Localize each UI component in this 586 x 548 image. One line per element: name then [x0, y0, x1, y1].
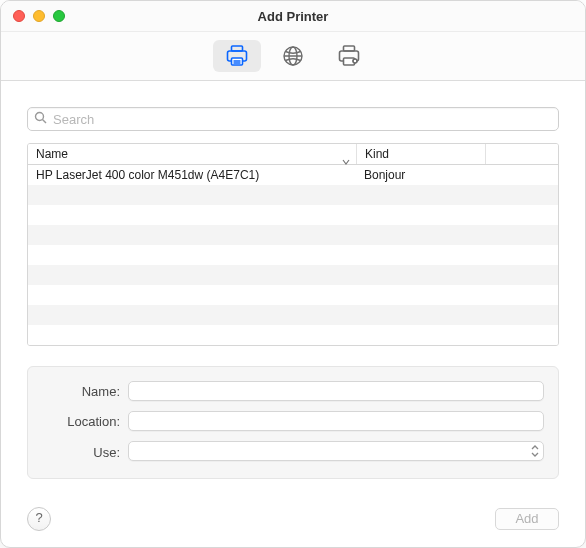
cell-kind: [356, 225, 484, 245]
search-input[interactable]: [53, 112, 552, 127]
table-row: [28, 205, 558, 225]
table-row: [28, 305, 558, 325]
globe-icon: [282, 45, 304, 67]
column-header-blank: [486, 144, 558, 164]
table-row[interactable]: HP LaserJet 400 color M451dw (A4E7C1)Bon…: [28, 165, 558, 185]
svg-line-17: [43, 120, 47, 124]
name-label: Name:: [42, 384, 128, 399]
footer: ? Add: [1, 493, 585, 547]
default-tab[interactable]: [213, 40, 261, 72]
cell-kind: [356, 265, 484, 285]
cell-name: [28, 285, 356, 305]
column-header-name[interactable]: Name: [28, 144, 357, 164]
cell-name: [28, 225, 356, 245]
cell-name: [28, 245, 356, 265]
titlebar: Add Printer: [1, 1, 585, 32]
toolbar: [1, 32, 585, 81]
use-label: Use:: [42, 445, 128, 460]
cell-kind: [356, 305, 484, 325]
advanced-tab[interactable]: [325, 40, 373, 72]
printer-details-panel: Name: Location: Use:: [27, 366, 559, 479]
table-row: [28, 225, 558, 245]
ip-tab[interactable]: [269, 40, 317, 72]
add-button[interactable]: Add: [495, 508, 559, 530]
content-area: Name Kind HP LaserJet 400 color M451dw (…: [1, 81, 585, 497]
help-button[interactable]: ?: [27, 507, 51, 531]
name-field[interactable]: [128, 381, 544, 401]
cell-name: [28, 265, 356, 285]
cell-kind: [356, 185, 484, 205]
add-printer-window: Add Printer: [0, 0, 586, 548]
use-select[interactable]: [128, 441, 544, 461]
svg-point-11: [353, 59, 357, 63]
printer-icon: [225, 45, 249, 67]
table-row: [28, 265, 558, 285]
cell-kind: [356, 205, 484, 225]
cell-name: [28, 325, 356, 345]
table-header: Name Kind: [28, 144, 558, 165]
cell-name: HP LaserJet 400 color M451dw (A4E7C1): [28, 165, 356, 185]
window-title: Add Printer: [1, 9, 585, 24]
cell-kind: [356, 245, 484, 265]
table-body: HP LaserJet 400 color M451dw (A4E7C1)Bon…: [28, 165, 558, 345]
svg-point-16: [36, 113, 44, 121]
search-field-wrapper[interactable]: [27, 107, 559, 131]
source-tabs: [213, 40, 373, 72]
cell-kind: Bonjour: [356, 165, 484, 185]
column-header-kind[interactable]: Kind: [357, 144, 486, 164]
table-row: [28, 245, 558, 265]
table-row: [28, 185, 558, 205]
table-row: [28, 325, 558, 345]
location-field[interactable]: [128, 411, 544, 431]
printers-table: Name Kind HP LaserJet 400 color M451dw (…: [27, 143, 559, 346]
cell-name: [28, 205, 356, 225]
table-row: [28, 285, 558, 305]
cell-kind: [356, 325, 484, 345]
location-label: Location:: [42, 414, 128, 429]
sort-caret-icon: [342, 151, 350, 171]
cell-name: [28, 305, 356, 325]
cell-kind: [356, 285, 484, 305]
printer-advanced-icon: [337, 45, 361, 67]
cell-name: [28, 185, 356, 205]
search-icon: [34, 110, 47, 128]
